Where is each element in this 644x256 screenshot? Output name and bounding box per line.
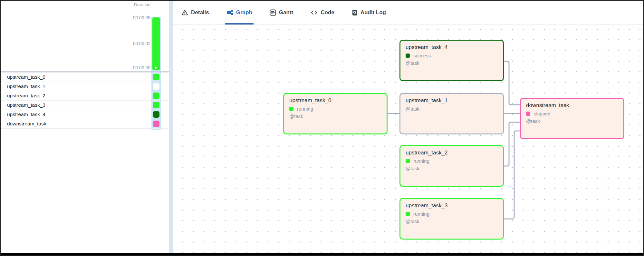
node-title: upstream_task_1 (406, 97, 498, 104)
edge-ut3-down (504, 131, 520, 219)
node-upstream-task-2[interactable]: upstream_task_2 running @task (399, 145, 504, 187)
play-icon: ▶ (152, 65, 160, 70)
node-status-label: running (413, 211, 429, 217)
task-status-square[interactable] (153, 121, 159, 127)
main-area: Details Graph (173, 1, 643, 255)
node-upstream-task-0[interactable]: upstream_task_0 running @task (283, 93, 388, 134)
tab-label: Graph (236, 9, 252, 16)
node-status-row: running (406, 211, 498, 217)
code-icon (311, 9, 318, 16)
node-status-row: success (406, 53, 498, 58)
task-name[interactable]: upstream_task_3 (7, 101, 45, 110)
tab-label: Gantt (279, 9, 293, 16)
warning-icon (181, 9, 188, 16)
tab-audit-log[interactable]: Audit Log (351, 1, 387, 25)
tab-label: Details (191, 9, 209, 16)
audit-log-icon (352, 9, 358, 16)
node-upstream-task-4[interactable]: upstream_task_4 success @task (399, 40, 504, 81)
task-row[interactable]: upstream_task_4 (1, 110, 169, 119)
task-row[interactable]: upstream_task_1 (1, 82, 169, 91)
panel-divider[interactable] (169, 1, 173, 255)
node-upstream-task-1[interactable]: upstream_task_1 @task (399, 93, 504, 134)
task-row[interactable]: upstream_task_2 (1, 91, 169, 101)
running-status-icon (406, 159, 410, 163)
duration-tick: 00:00:02 (133, 41, 151, 46)
duration-tick: 00:00:00 (133, 65, 151, 70)
node-operator-label: @task (406, 219, 498, 224)
node-upstream-task-3[interactable]: upstream_task_3 running @task (399, 198, 504, 240)
node-title: upstream_task_4 (406, 44, 498, 51)
task-name[interactable]: downstream_task (7, 119, 46, 128)
node-status-label: success (413, 53, 431, 58)
duration-axis-title: Duration (134, 2, 150, 7)
graph-icon (226, 9, 233, 16)
task-status-square[interactable] (153, 93, 159, 99)
running-status-icon (289, 107, 293, 111)
node-title: upstream_task_0 (289, 97, 381, 104)
node-status-row: running (406, 158, 498, 164)
node-operator-label: @task (526, 118, 618, 124)
task-status-square[interactable] (153, 102, 159, 108)
task-row[interactable]: downstream_task (1, 119, 169, 129)
task-status-square[interactable] (153, 83, 159, 90)
tab-gantt[interactable]: Gantt (268, 1, 294, 25)
tab-details[interactable]: Details (180, 1, 210, 25)
tab-label: Code (321, 9, 334, 16)
airflow-dag-view: Duration 00:00:05 00:00:02 00:00:00 ▶ up… (0, 0, 644, 256)
node-title: upstream_task_2 (406, 150, 498, 156)
success-status-icon (406, 54, 410, 58)
duration-bar[interactable]: ▶ (152, 17, 160, 70)
tab-label: Audit Log (360, 9, 386, 16)
node-status-row: skipped (526, 111, 618, 116)
node-operator-label: @task (289, 113, 381, 119)
tab-graph[interactable]: Graph (225, 1, 254, 25)
edge-ut2-down (504, 122, 520, 166)
bottom-scrollbar[interactable] (1, 253, 643, 255)
task-name[interactable]: upstream_task_4 (7, 110, 45, 119)
task-row[interactable]: upstream_task_3 (1, 101, 169, 110)
task-row[interactable]: upstream_task_0 (1, 73, 169, 82)
node-operator-label: @task (406, 166, 498, 171)
node-title: downstream_task (526, 102, 618, 109)
node-status-label: skipped (534, 111, 551, 116)
dag-graph-canvas[interactable]: upstream_task_0 running @task upstream_t… (173, 25, 643, 253)
task-name[interactable]: upstream_task_1 (7, 82, 45, 91)
task-name[interactable]: upstream_task_0 (7, 73, 45, 82)
edge-ut4-down (504, 61, 520, 105)
task-status-square[interactable] (153, 74, 159, 80)
node-operator-label: @task (406, 60, 498, 66)
task-list-panel: Duration 00:00:05 00:00:02 00:00:00 ▶ up… (1, 1, 169, 255)
running-status-icon (406, 212, 410, 216)
node-status-row: running (289, 106, 381, 112)
node-downstream-task[interactable]: downstream_task skipped @task (520, 98, 624, 139)
task-name[interactable]: upstream_task_2 (7, 91, 45, 100)
tab-code[interactable]: Code (309, 1, 336, 25)
node-operator-label: @task (406, 106, 498, 112)
tab-bar: Details Graph (173, 1, 643, 25)
duration-tick: 00:00:05 (133, 15, 151, 20)
task-rows: upstream_task_0 upstream_task_1 upstream… (1, 73, 169, 129)
node-status-label: running (297, 106, 313, 112)
node-title: upstream_task_3 (406, 202, 498, 209)
node-status-label: running (413, 158, 429, 164)
task-status-square[interactable] (153, 111, 159, 118)
skipped-status-icon (526, 112, 530, 116)
gantt-icon (270, 9, 276, 16)
